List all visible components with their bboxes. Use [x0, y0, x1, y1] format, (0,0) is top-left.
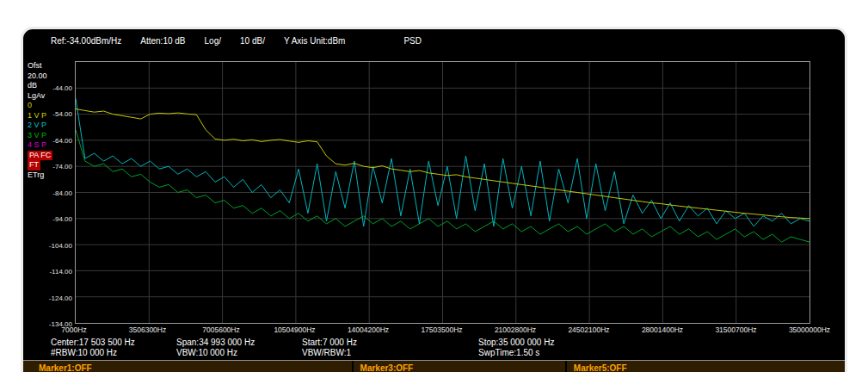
- top-bar-item-y-axis-unit[interactable]: Y Axis Unit:dBm: [284, 36, 346, 46]
- trace-indicator-ft: FT: [28, 160, 53, 170]
- y-axis-labels: -44.00-54.00-64.00-74.00-84.00-94.00-104…: [53, 61, 75, 324]
- plot-region: Ofst20.00dBLgAv01 V P2 V P3 V P4 S PPA F…: [23, 61, 845, 324]
- trace-indicator-db: dB: [28, 81, 53, 91]
- x-tick-label: 3506300Hz: [129, 326, 166, 334]
- trace-indicator-ofst: Ofst: [28, 61, 53, 71]
- x-tick-label: 10504900Hz: [274, 326, 315, 334]
- trace-indicator-label: 3 V P: [28, 131, 46, 140]
- sweep-field-swptime: SwpTime:1.50 s: [478, 348, 845, 358]
- y-tick-label: -64.00: [52, 136, 72, 144]
- top-bar-item-psd[interactable]: PSD: [403, 36, 422, 46]
- measurement-settings-bar: Ref:-34.00dBm/HzAtten:10 dBLog/10 dB/Y A…: [23, 34, 845, 54]
- y-tick-label: -104.00: [49, 241, 72, 249]
- x-tick-label: 7005600Hz: [202, 326, 239, 334]
- y-tick-label: -74.00: [52, 163, 72, 170]
- marker-status-marker5[interactable]: Marker5:OFF: [574, 363, 627, 372]
- x-tick-label: 35000000Hz: [789, 326, 830, 334]
- trace-indicator-label: dB: [28, 81, 37, 90]
- trace-indicator-label: ETrg: [28, 170, 44, 179]
- trace-status-column: Ofst20.00dBLgAv01 V P2 V P3 V P4 S PPA F…: [23, 61, 53, 180]
- marker-bar-divider: [565, 361, 567, 372]
- x-tick-label: 17503500Hz: [421, 326, 462, 334]
- y-tick-label: -44.00: [52, 84, 72, 91]
- top-bar-item-ref[interactable]: Ref:-34.00dBm/Hz: [51, 36, 121, 46]
- trace-indicator-label: 1 V P: [28, 111, 46, 120]
- trace-indicator-label: LgAv: [28, 91, 45, 100]
- x-tick-label: 7000Hz: [61, 326, 86, 334]
- marker-bar-divider: [352, 361, 354, 372]
- trace-indicator-lgav: LgAv: [28, 91, 53, 102]
- trace-indicator-label: 2 V P: [28, 121, 46, 129]
- x-tick-label: 14004200Hz: [348, 326, 389, 334]
- y-tick-label: -114.00: [49, 268, 72, 276]
- trace-indicator-label: 0: [28, 101, 32, 109]
- spectrum-traces: [76, 62, 810, 323]
- sweep-parameters-row1: Center:17 503 500 HzSpan:34 993 000 HzSt…: [51, 338, 845, 348]
- screenshot-page: Ref:-34.00dBm/HzAtten:10 dBLog/10 dB/Y A…: [0, 0, 868, 372]
- trace-indicator-label: 20.00: [28, 71, 47, 80]
- trace-indicator-1-v-p: 1 V P: [28, 111, 53, 121]
- trace-indicator-3-v-p: 3 V P: [28, 131, 53, 141]
- sweep-field-start: Start:7 000 Hz: [302, 338, 478, 348]
- top-bar-item-atten[interactable]: Atten:10 dB: [140, 36, 185, 46]
- trace-indicator-pa-fc: PA FC: [28, 151, 53, 161]
- x-tick-label: 21002800Hz: [495, 326, 536, 334]
- sweep-field-center: Center:17 503 500 Hz: [51, 338, 176, 348]
- marker-status-marker1[interactable]: Marker1:OFF: [39, 363, 92, 372]
- top-bar-item-log[interactable]: Log/: [205, 36, 221, 46]
- trace-indicator-etrg: ETrg: [28, 170, 53, 181]
- sweep-field-rbw: #RBW:10 000 Hz: [51, 348, 176, 358]
- x-tick-label: 31500700Hz: [715, 326, 756, 334]
- trace-indicator-4-s-p: 4 S P: [28, 140, 53, 151]
- sweep-parameters: Center:17 503 500 HzSpan:34 993 000 HzSt…: [23, 338, 845, 358]
- x-tick-label: 24502100Hz: [568, 326, 609, 334]
- y-tick-label: -84.00: [52, 189, 72, 196]
- sweep-parameters-row2: #RBW:10 000 HzVBW:10 000 HzVBW/RBW:1SwpT…: [51, 348, 845, 358]
- y-tick-label: -94.00: [52, 215, 72, 223]
- x-tick-label: 28001400Hz: [642, 326, 683, 334]
- trace-indicator-label: FT: [28, 160, 40, 170]
- trace-indicator-0: 0: [28, 101, 53, 111]
- y-tick-label: -54.00: [52, 110, 72, 118]
- sweep-field-vbw-rbw: VBW/RBW:1: [302, 348, 478, 358]
- marker-status-marker3[interactable]: Marker3:OFF: [360, 363, 414, 372]
- sweep-field-span: Span:34 993 000 Hz: [176, 338, 302, 348]
- marker-status-bar: Marker1:OFFMarker3:OFFMarker5:OFF: [23, 360, 845, 372]
- spectrum-plot[interactable]: [75, 61, 810, 324]
- x-axis-labels: 7000Hz3506300Hz7005600Hz10504900Hz140042…: [74, 325, 810, 336]
- y-tick-label: -124.00: [49, 294, 72, 301]
- trace-indicator-2-v-p: 2 V P: [28, 121, 53, 131]
- analyzer-screen: Ref:-34.00dBm/HzAtten:10 dBLog/10 dB/Y A…: [21, 27, 847, 372]
- trace-indicator-20-00: 20.00: [28, 71, 53, 82]
- trace-indicator-label: PA FC: [28, 151, 52, 161]
- top-bar-item-10-db[interactable]: 10 dB/: [240, 36, 265, 46]
- trace-indicator-label: 4 S P: [28, 140, 46, 149]
- sweep-field-stop: Stop:35 000 000 Hz: [478, 338, 845, 348]
- sweep-field-vbw: VBW:10 000 Hz: [176, 348, 302, 358]
- trace-indicator-label: Ofst: [28, 61, 42, 70]
